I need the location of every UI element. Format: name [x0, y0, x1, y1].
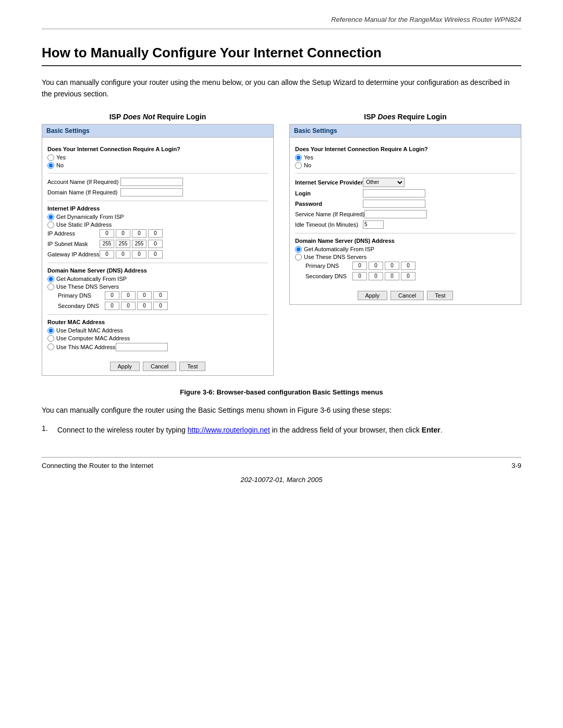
left-ip-3[interactable] [132, 229, 146, 238]
right-isp-select[interactable]: Other [363, 178, 405, 187]
left-ip-4[interactable] [148, 229, 163, 238]
left-get-auto-dns-row: Get Automatically From ISP [47, 276, 268, 282]
left-subnet-3[interactable] [132, 240, 146, 248]
right-cancel-button[interactable]: Cancel [390, 291, 424, 300]
right-sdns-4[interactable] [401, 272, 415, 280]
right-no-radio[interactable] [295, 162, 302, 169]
left-sdns-2[interactable] [121, 302, 136, 310]
right-sdns-1[interactable] [352, 272, 367, 280]
left-primary-dns-label: Primary DNS [58, 292, 105, 299]
right-yes-label: Yes [304, 154, 313, 161]
left-cancel-button[interactable]: Cancel [143, 362, 176, 371]
left-use-these-dns-radio[interactable] [47, 283, 54, 290]
left-gateway-fields [100, 250, 163, 258]
figure-caption: Figure 3-6: Browser-based configuration … [42, 388, 521, 396]
right-get-auto-dns-radio[interactable] [295, 246, 302, 253]
left-test-button[interactable]: Test [179, 362, 205, 371]
left-gw-3[interactable] [132, 250, 146, 258]
left-ip-2[interactable] [116, 229, 130, 238]
left-pdns-4[interactable] [153, 291, 168, 300]
left-ip-fields [100, 229, 163, 238]
right-password-row: Password [295, 200, 516, 208]
right-pdns-2[interactable] [369, 262, 383, 270]
right-idle-label: Idle Timeout (In Minutes) [295, 221, 363, 228]
left-sdns-3[interactable] [137, 302, 152, 310]
left-subnet-label: IP Subnet Mask [47, 241, 100, 247]
left-subnet-2[interactable] [116, 240, 130, 248]
left-panel-body: Does Your Internet Connection Require A … [42, 138, 273, 357]
left-mac-section-label: Router MAC Address [47, 319, 268, 325]
left-this-mac-input[interactable] [116, 343, 168, 351]
step1-link[interactable]: http://www.routerlogin.net [188, 426, 270, 434]
right-divider2 [295, 233, 516, 233]
left-no-radio-row: No [47, 162, 268, 169]
right-pdns-4[interactable] [401, 262, 415, 270]
left-panel-buttons: Apply Cancel Test [42, 357, 273, 375]
left-panel-title: Basic Settings [42, 125, 273, 138]
right-test-button[interactable]: Test [427, 291, 453, 300]
left-divider3 [47, 263, 268, 263]
left-subnet-fields [100, 240, 163, 248]
left-heading: ISP Does Not Require Login [42, 113, 274, 121]
right-password-input[interactable] [363, 200, 425, 208]
left-pdns-3[interactable] [137, 291, 152, 300]
left-sdns-4[interactable] [153, 302, 168, 310]
left-gw-1[interactable] [100, 250, 114, 258]
left-use-static-radio[interactable] [47, 221, 54, 228]
left-use-these-dns-row: Use These DNS Servers [47, 283, 268, 290]
left-subnet-4[interactable] [148, 240, 163, 248]
left-get-dynamic-radio[interactable] [47, 214, 54, 220]
left-internet-ip-label: Internet IP Address [47, 205, 268, 212]
right-panel-body: Does Your Internet Connection Require A … [290, 138, 521, 287]
bottom-bar: Connecting the Router to the Internet 3-… [42, 457, 521, 470]
left-account-input[interactable] [120, 178, 183, 186]
left-get-auto-dns-radio[interactable] [47, 276, 54, 282]
right-dns-section-label: Domain Name Server (DNS) Address [295, 238, 516, 244]
left-use-static-label: Use Static IP Address [56, 221, 112, 228]
step1-end: . [440, 426, 443, 434]
step1-content: Connect to the wireless router by typing… [57, 424, 443, 436]
left-no-radio[interactable] [47, 162, 54, 169]
left-ip-1[interactable] [100, 229, 114, 238]
left-primary-dns-row: Primary DNS [58, 291, 268, 300]
intro-text: You can manually configure your router u… [42, 77, 521, 100]
left-gw-4[interactable] [148, 250, 163, 258]
right-apply-button[interactable]: Apply [358, 291, 388, 300]
right-use-these-dns-radio[interactable] [295, 254, 302, 261]
left-ip-row: IP Address [47, 229, 268, 238]
left-domain-row: Domain Name (If Required) [47, 188, 268, 196]
left-gateway-row: Gateway IP Address [47, 250, 268, 258]
right-sdns-2[interactable] [369, 272, 383, 280]
right-no-label: No [304, 162, 311, 168]
right-pdns-1[interactable] [352, 262, 367, 270]
left-yes-radio[interactable] [47, 154, 54, 161]
right-get-auto-dns-label: Get Automatically From ISP [304, 246, 374, 252]
left-this-mac-radio[interactable] [47, 343, 54, 350]
left-secondary-dns-fields [105, 302, 168, 310]
left-gw-2[interactable] [116, 250, 130, 258]
right-idle-input[interactable] [363, 220, 384, 229]
left-default-mac-radio[interactable] [47, 327, 54, 334]
left-subnet-1[interactable] [100, 240, 114, 248]
left-primary-dns-fields [105, 291, 168, 300]
left-account-label: Account Name (If Required) [47, 179, 120, 185]
right-yes-radio[interactable] [295, 154, 302, 161]
left-divider2 [47, 201, 268, 201]
page-title: How to Manually Configure Your Internet … [42, 45, 521, 66]
left-pdns-2[interactable] [121, 291, 136, 300]
right-panel-title: Basic Settings [290, 125, 521, 138]
left-apply-button[interactable]: Apply [110, 362, 140, 371]
right-login-input[interactable] [363, 189, 425, 198]
right-primary-dns-fields [352, 262, 415, 270]
right-service-input[interactable] [364, 210, 427, 218]
list-item-1: 1. Connect to the wireless router by typ… [42, 424, 521, 436]
left-pdns-1[interactable] [105, 291, 119, 300]
right-secondary-dns-fields [352, 272, 415, 280]
right-panel-buttons: Apply Cancel Test [290, 287, 521, 304]
right-sdns-3[interactable] [385, 272, 399, 280]
right-pdns-3[interactable] [385, 262, 399, 270]
left-yes-radio-row: Yes [47, 154, 268, 161]
left-computer-mac-radio[interactable] [47, 335, 54, 342]
left-domain-input[interactable] [120, 188, 183, 196]
left-sdns-1[interactable] [105, 302, 119, 310]
